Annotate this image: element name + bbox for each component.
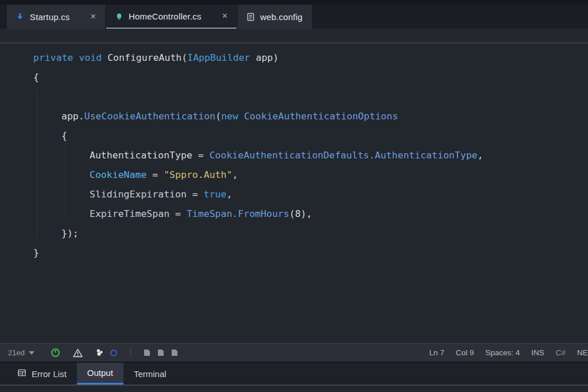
tab-terminal[interactable]: Terminal	[123, 363, 177, 385]
document-buttons-group	[144, 349, 178, 356]
close-icon[interactable]: ×	[91, 12, 96, 21]
indent-guide	[37, 91, 37, 239]
bottom-panel-tab-bar: Error List Output Terminal	[0, 363, 588, 385]
code-line: app.UseCookieAuthentication(new CookieAu…	[0, 107, 588, 126]
code-token: app)	[250, 52, 279, 63]
code-token: TimeSpan.FromHours	[187, 208, 289, 219]
page-icon[interactable]	[171, 349, 178, 356]
code-token: }	[33, 247, 39, 258]
code-token: private	[33, 52, 74, 63]
breadcrumb-strip	[0, 29, 588, 42]
code-token: =	[146, 169, 164, 180]
code-line: SlidingExpiration = true,	[0, 185, 588, 204]
bug-icon[interactable]	[95, 348, 104, 357]
code-token: AuthenticationType =	[90, 150, 210, 161]
code-token: CookieName	[90, 169, 146, 180]
code-line: {	[0, 68, 588, 87]
download-icon	[16, 13, 24, 21]
status-left-group: 21ed	[8, 348, 34, 357]
status-right-group: Ln 7 Col 9 Spaces: 4 INS C# NET	[429, 348, 588, 357]
code-token: app.	[61, 111, 84, 122]
indent-guide	[65, 130, 65, 218]
tab-label: HomeController.cs	[129, 11, 202, 21]
code-token: new	[221, 111, 238, 122]
code-token: CookieAuthenticationOptions	[244, 111, 398, 122]
code-line: private void ConfigureAuth(IAppBuilder a…	[0, 48, 588, 68]
code-line: });	[0, 224, 588, 243]
code-token: IAppBuilder	[187, 52, 250, 63]
code-line	[0, 87, 588, 107]
spaces-indicator[interactable]: Spaces: 4	[485, 348, 520, 357]
tab-output[interactable]: Output	[77, 363, 123, 385]
panel-tab-label: Error List	[32, 369, 67, 379]
code-line: CookieName = "Sppro.Auth",	[0, 165, 588, 185]
page-icon[interactable]	[144, 349, 150, 356]
tab-label: Startup.cs	[30, 12, 70, 22]
status-separator	[130, 348, 131, 358]
code-token: ,	[226, 189, 232, 200]
insert-mode-indicator[interactable]: INS	[531, 348, 544, 357]
code-token: (8),	[289, 208, 312, 219]
code-line: {	[0, 126, 588, 146]
tab-label: web.config	[260, 12, 303, 22]
debug-status-pair	[95, 348, 118, 357]
chevron-down-icon	[29, 351, 34, 355]
framework-indicator[interactable]: NET	[577, 348, 588, 357]
circle-status-icon[interactable]	[110, 349, 118, 357]
editor-tab-bar: Startup.cs × HomeController.cs × web.con…	[0, 5, 588, 29]
code-token: ,	[478, 150, 483, 161]
code-token: ,	[232, 169, 238, 180]
tab-web-config[interactable]: web.config	[238, 5, 312, 29]
code-token: true	[204, 189, 227, 200]
code-token: SlidingExpiration	[90, 189, 187, 200]
code-token: {	[33, 72, 39, 83]
code-area[interactable]: private void ConfigureAuth(IAppBuilder a…	[0, 44, 588, 343]
code-token: });	[61, 228, 79, 239]
code-token: UseCookieAuthentication	[84, 111, 215, 122]
code-token: =	[169, 208, 187, 219]
code-token: CookieAuthenticationDefaults.Authenticat…	[210, 150, 478, 161]
code-line: AuthenticationType = CookieAuthenticatio…	[0, 146, 588, 165]
code-line: }	[0, 243, 588, 263]
code-token	[238, 111, 244, 122]
version-dropdown[interactable]: 21ed	[8, 348, 34, 357]
line-indicator[interactable]: Ln 7	[429, 348, 444, 357]
panel-tab-label: Output	[87, 368, 113, 378]
panel-body	[0, 386, 588, 392]
panel-tab-label: Terminal	[134, 369, 167, 379]
error-list-icon	[17, 368, 26, 379]
status-icons-group	[51, 348, 178, 358]
window-top-strip	[0, 0, 588, 5]
tab-homecontroller-cs[interactable]: HomeController.cs ×	[106, 5, 237, 29]
code-token: =	[187, 189, 204, 200]
code-token: ExpireTimeSpan	[90, 208, 169, 219]
code-token: (	[215, 111, 221, 122]
code-line: ExpireTimeSpan = TimeSpan.FromHours(8),	[0, 204, 588, 224]
code-token	[74, 52, 79, 63]
tab-error-list[interactable]: Error List	[7, 363, 77, 385]
code-token: ConfigureAuth(	[102, 52, 187, 63]
power-icon[interactable]	[51, 348, 60, 358]
code-token: void	[79, 52, 102, 63]
language-indicator[interactable]: C#	[556, 348, 566, 357]
code-token: "Sppro.Auth"	[164, 169, 232, 180]
class-icon	[115, 12, 123, 20]
column-indicator[interactable]: Col 9	[456, 348, 474, 357]
file-icon	[247, 13, 254, 21]
warning-icon[interactable]	[73, 348, 83, 358]
version-label: 21ed	[8, 348, 25, 357]
close-icon[interactable]: ×	[222, 11, 227, 21]
page-icon[interactable]	[157, 349, 164, 356]
code-token: {	[61, 130, 67, 141]
tab-startup-cs[interactable]: Startup.cs ×	[7, 5, 105, 29]
status-bar: 21ed	[0, 343, 588, 363]
